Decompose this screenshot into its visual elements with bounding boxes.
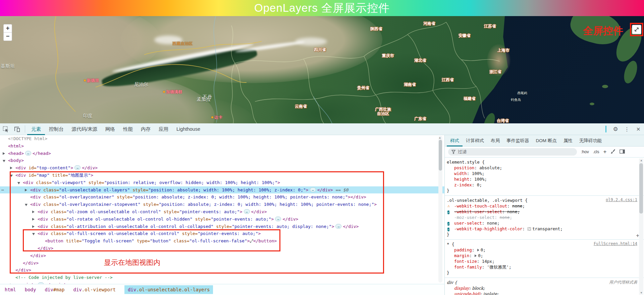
css-declaration[interactable]: position: absolute;	[447, 165, 637, 171]
dom-tree-row[interactable]: <div class="ol-overlaycontainer" style="…	[0, 193, 444, 201]
dom-tree-row[interactable]: <div class="ol-attribution ol-unselectab…	[0, 223, 444, 230]
fullscreen-button[interactable]	[632, 25, 641, 34]
dom-tree-row[interactable]: <div class="ol-rotate ol-unselectable ol…	[0, 216, 444, 223]
css-declaration[interactable]: ✓-webkit-user-select: none;	[447, 209, 637, 215]
styles-scrollbar[interactable]: ▲ ▼	[639, 159, 643, 295]
css-declaration[interactable]: font-size: 14px;	[447, 258, 637, 264]
dom-tree-row[interactable]: </div>	[0, 252, 444, 259]
expand-value-icon[interactable]	[477, 249, 479, 251]
breadcrumb-item[interactable]: div.ol-viewport	[73, 287, 115, 292]
dom-tree-row[interactable]: </div>	[0, 267, 444, 274]
breadcrumb-item[interactable]: body	[25, 287, 36, 292]
css-declaration[interactable]: display: block;	[447, 285, 637, 291]
css-declaration[interactable]: font-family: '微软雅黑';	[447, 264, 637, 270]
ellipsis-expand-icon[interactable]: …	[335, 224, 341, 229]
styles-tab-计算样式[interactable]: 计算样式	[463, 135, 487, 146]
dom-tree-row[interactable]: <button title="Toggle full-screen" type=…	[0, 237, 444, 245]
dom-tree-row[interactable]: <!DOCTYPE html>	[0, 135, 444, 142]
tab-应用[interactable]: 应用	[155, 123, 172, 135]
expand-arrow-icon[interactable]	[3, 152, 5, 155]
expand-value-icon[interactable]	[475, 254, 477, 257]
zoom-out-button[interactable]: −	[3, 33, 12, 41]
stylesheet-link[interactable]: 用户代理样式表	[609, 280, 637, 285]
styles-tab-属性[interactable]: 属性	[560, 135, 576, 146]
toggle-class[interactable]: .cls	[593, 150, 599, 154]
map-viewport[interactable]: 基斯坦西藏自治区新德里尼泊尔加德满都不丹印度孟加拉达卡四川省陕西省河南省江苏省安…	[0, 16, 644, 123]
css-declaration[interactable]: unicode-bidi: isolate;	[447, 291, 637, 295]
more-icon[interactable]: ⋮	[621, 123, 633, 135]
css-declaration[interactable]: width: 100%;	[447, 171, 637, 176]
scrollbar-thumb[interactable]	[639, 163, 643, 214]
styles-tab-样式[interactable]: 样式	[447, 135, 463, 146]
dom-tree-row[interactable]: <head>…</head>	[0, 150, 444, 157]
collapse-arrow-icon[interactable]	[10, 175, 13, 177]
css-selector[interactable]: div {	[447, 280, 637, 285]
stylesheet-link[interactable]: ol9.2.4.css:1	[606, 197, 637, 202]
expand-arrow-icon[interactable]	[32, 218, 35, 221]
dom-tree-row[interactable]: </div>	[0, 259, 444, 267]
css-selector[interactable]: element.style {	[447, 159, 637, 165]
tab-元素[interactable]: 元素	[27, 123, 45, 135]
ellipsis-expand-icon[interactable]: …	[25, 151, 31, 156]
css-declaration[interactable]: height: 100%;	[447, 176, 637, 182]
ellipsis-expand-icon[interactable]: …	[310, 187, 316, 192]
css-declaration[interactable]: ✓-webkit-tap-highlight-color: transparen…	[447, 226, 637, 232]
stylesheet-link[interactable]: FullScreen.html:14	[594, 241, 637, 246]
more-actions-icon[interactable]: ⋯	[1, 186, 4, 194]
expand-arrow-icon[interactable]	[32, 211, 35, 213]
expand-arrow-icon[interactable]	[25, 189, 27, 191]
tab-网络[interactable]: 网络	[101, 123, 119, 135]
dom-tree-row[interactable]: <div class="ol-zoom ol-unselectable ol-c…	[0, 208, 444, 216]
ellipsis-expand-icon[interactable]: …	[275, 217, 281, 221]
dom-tree-row[interactable]: <div class="ol-viewport" style="position…	[0, 179, 444, 186]
breadcrumb-item[interactable]: html	[5, 287, 16, 292]
tab-Lighthouse[interactable]: Lighthouse	[172, 123, 204, 135]
dom-tree-row[interactable]: <html>	[0, 142, 444, 150]
zoom-in-button[interactable]: +	[3, 24, 12, 33]
collapse-arrow-icon[interactable]	[25, 204, 28, 206]
settings-icon[interactable]: ⚙	[610, 123, 621, 135]
inspect-element-icon[interactable]	[0, 123, 11, 135]
dom-tree-row[interactable]: <div class="ol-full-screen ol-unselectab…	[0, 230, 444, 237]
tab-源代码/来源[interactable]: 源代码/来源	[68, 123, 102, 135]
elements-scrollbar[interactable]: ▲	[438, 136, 442, 283]
dom-tree-row[interactable]: <div id="map" title="地图显示">	[0, 172, 444, 179]
close-icon[interactable]: ×	[633, 123, 644, 135]
tab-性能[interactable]: 性能	[119, 123, 137, 135]
styles-filter-input[interactable]: 过滤	[448, 148, 577, 156]
dom-tree-row[interactable]: <div id="top-content">…</div>	[0, 164, 444, 172]
css-declaration[interactable]: ⚠-webkit-touch-callout: none;	[447, 203, 637, 209]
ellipsis-expand-icon[interactable]: …	[74, 165, 80, 170]
css-declaration[interactable]: ✓user-select: none;	[447, 220, 637, 226]
breadcrumb-item[interactable]: div#map	[45, 287, 64, 292]
styles-tab-布局[interactable]: 布局	[487, 135, 503, 146]
collapse-arrow-icon[interactable]	[32, 233, 35, 235]
dock-panel-icon[interactable]	[620, 149, 625, 155]
new-style-rule-button[interactable]: +	[603, 149, 606, 155]
dom-tree-row[interactable]: ⋯<div class="ol-unselectable ol-layers" …	[0, 186, 444, 194]
brush-icon[interactable]	[610, 149, 615, 155]
styles-tab-无障碍功能[interactable]: 无障碍功能	[576, 135, 605, 146]
tab-内存[interactable]: 内存	[137, 123, 155, 135]
declaration-checkbox[interactable]: ✓	[447, 221, 452, 226]
dom-tree-row[interactable]: <script>…</script>	[0, 281, 444, 284]
ellipsis-expand-icon[interactable]: …	[244, 209, 250, 214]
dom-tree-row[interactable]: <body>	[0, 157, 444, 164]
scroll-up-icon[interactable]: ▲	[439, 136, 441, 139]
css-declaration[interactable]: padding: 0;	[447, 247, 637, 253]
dom-tree-row[interactable]: <div class="ol-overlaycontainer-stopeven…	[0, 201, 444, 208]
declaration-checkbox[interactable]: ✓	[447, 226, 452, 231]
css-declaration[interactable]: -moz-user-select: none;	[447, 215, 637, 220]
breadcrumb-item[interactable]: div.ol-unselectable.ol-layers	[124, 285, 213, 294]
css-declaration[interactable]: margin: 0;	[447, 253, 637, 258]
dom-tree-row[interactable]: <!-- Code injected by live-server -->	[0, 274, 444, 281]
css-declaration[interactable]: z-index: 0;	[447, 182, 637, 188]
dom-tree-row[interactable]: </div>	[0, 245, 444, 252]
collapse-arrow-icon[interactable]	[3, 160, 5, 162]
tab-控制台[interactable]: 控制台	[45, 123, 68, 135]
toggle-hover-state[interactable]: :hov	[581, 150, 589, 154]
color-swatch-icon[interactable]	[528, 227, 531, 231]
scroll-up-icon[interactable]: ▲	[640, 159, 643, 162]
styles-tab-DOM 断点[interactable]: DOM 断点	[533, 135, 560, 146]
declaration-checkbox[interactable]: ✓	[447, 209, 452, 214]
